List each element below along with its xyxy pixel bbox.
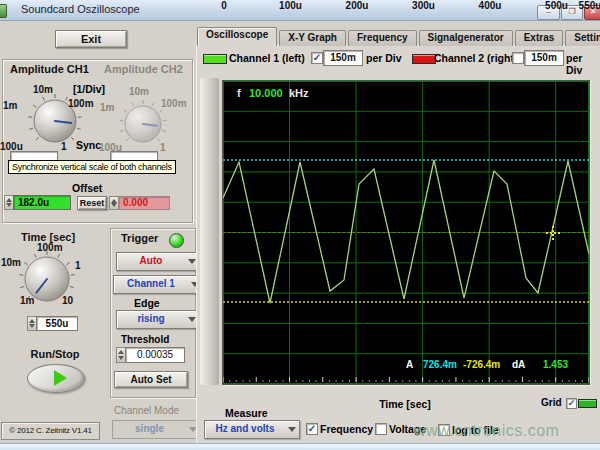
channel-mode-dropdown: single xyxy=(112,420,201,439)
knob-ch2-scale-label: 10m xyxy=(129,86,149,97)
measure-mode-dropdown[interactable]: Hz and volts xyxy=(204,420,300,439)
knob-ch2-scale-label: 1 xyxy=(160,142,166,153)
channel2-checkbox[interactable] xyxy=(512,52,524,64)
channel1-color-swatch xyxy=(203,54,227,64)
measure-label: Measure xyxy=(225,407,268,419)
scope-display[interactable]: f10.000kHzA726.4m-726.4mdA1.453 xyxy=(222,80,590,385)
channel2-per-div-label: per Div xyxy=(566,52,600,76)
knob-ch1-scale-label: 1 xyxy=(61,141,67,152)
knob-time-scale-label: 10 xyxy=(62,295,73,306)
amplitude-ch2-title: Amplitude CH2 xyxy=(104,63,183,75)
x-tick-label: 0 xyxy=(221,0,227,11)
chevron-down-icon xyxy=(288,427,296,436)
trigger-edge-dropdown[interactable]: rising xyxy=(116,310,200,329)
channel2-label: Channel 2 (right) xyxy=(434,52,517,64)
grid-color-swatch xyxy=(578,399,597,408)
threshold-value[interactable]: 0.00035 xyxy=(125,347,185,363)
chevron-down-icon xyxy=(188,259,196,268)
waveform-trace xyxy=(223,160,589,303)
channel1-scale-input[interactable]: 150m xyxy=(323,50,363,66)
trigger-source-value: Channel 1 xyxy=(127,278,175,289)
tab-extras[interactable]: Extras xyxy=(515,30,564,46)
x-tick-label: 200u xyxy=(346,0,369,11)
offset-label: Offset xyxy=(72,182,102,194)
sync-label: Sync xyxy=(76,139,101,151)
tab-settings[interactable]: Settings xyxy=(565,30,600,46)
x-tick-label: 100u xyxy=(279,0,302,11)
trigger-title: Trigger xyxy=(121,232,158,244)
amplitude-readout: A726.4m-726.4mdA1.453 xyxy=(406,359,568,370)
offset-ch1-value[interactable]: 182.0u xyxy=(13,195,71,210)
tab-oscilloscope[interactable]: Oscilloscope xyxy=(197,27,277,46)
channel1-label: Channel 1 (left) xyxy=(229,52,305,64)
knob-ch1-scale-label: 10m xyxy=(33,84,53,95)
time-value[interactable]: 550u xyxy=(36,316,78,331)
channel2-color-swatch xyxy=(412,54,436,64)
window-title: Soundcard Oszilloscope xyxy=(21,3,140,15)
app-window: { "window": { "title": "Soundcard Oszill… xyxy=(0,0,600,450)
channel-mode-value: single xyxy=(135,423,164,434)
tab-signalgenerator[interactable]: Signalgenerator xyxy=(419,30,513,46)
tab-x-y-graph[interactable]: X-Y Graph xyxy=(279,30,346,46)
auto-set-button[interactable]: Auto Set xyxy=(114,371,188,388)
knob-ch2-scale-label: 100m xyxy=(161,98,187,109)
channel1-per-div-label: per Div xyxy=(366,52,402,64)
knob-ch2-scale-label: 100u xyxy=(99,142,122,153)
offset-reset-button[interactable]: Reset xyxy=(77,196,107,210)
grid-checkbox[interactable]: ✓ xyxy=(566,398,577,409)
run-stop-button[interactable] xyxy=(27,364,85,393)
frequency-checkbox[interactable]: ✓ xyxy=(306,423,318,435)
threshold-label: Threshold xyxy=(121,334,169,345)
x-axis-label: Time [sec] xyxy=(355,398,455,410)
offset-ch2-value: 0.000 xyxy=(118,196,170,210)
taskbar-edge xyxy=(0,443,600,450)
knob-time-scale-label: 100m xyxy=(37,242,63,253)
trigger-edge-value: rising xyxy=(137,313,164,324)
tab-strip: OscilloscopeX-Y GraphFrequencySignalgene… xyxy=(197,28,599,46)
channel-mode-label: Channel Mode xyxy=(114,405,179,416)
status-bar: © 2012 C. Zeitnitz V1.41 xyxy=(1,422,100,440)
scope-canvas: f10.000kHzA726.4m-726.4mdA1.453 xyxy=(223,81,589,384)
chevron-down-icon xyxy=(188,317,196,326)
knob-ch1-scale-label: 1m xyxy=(3,100,17,111)
knob-ch1-scale-label: 100m xyxy=(68,98,94,109)
play-icon xyxy=(54,370,67,386)
exit-button[interactable]: Exit xyxy=(55,30,127,48)
frequency-readout: f10.000kHz xyxy=(237,87,309,99)
run-stop-label: Run/Stop xyxy=(23,348,87,360)
knob-time-scale-label: 1m xyxy=(20,295,34,306)
watermark: www.cntronics.com xyxy=(414,422,559,440)
x-tick-label: 300u xyxy=(412,0,435,11)
scope-left-margin xyxy=(200,78,219,385)
channel1-checkbox[interactable]: ✓ xyxy=(311,52,323,64)
trigger-mode-dropdown[interactable]: Auto xyxy=(116,252,200,271)
knob-ch1-scale-label: 100u xyxy=(0,141,23,152)
frequency-label: Frequency xyxy=(320,423,373,435)
trigger-source-dropdown[interactable]: Channel 1 xyxy=(113,275,203,294)
knob-time-scale-label: 10m xyxy=(1,257,21,268)
measure-mode-value: Hz and volts xyxy=(216,423,275,434)
sync-tooltip: Synchronize vertical scale of both chann… xyxy=(8,160,176,174)
tab-frequency[interactable]: Frequency xyxy=(348,30,417,46)
grid-label: Grid xyxy=(541,397,562,408)
x-tick-label: 500u xyxy=(545,0,568,11)
voltage-checkbox[interactable] xyxy=(375,423,387,435)
trigger-led xyxy=(169,233,184,248)
app-icon xyxy=(0,4,7,18)
amplitude-ch1-title: Amplitude CH1 xyxy=(10,63,89,75)
x-tick-label: 400u xyxy=(479,0,502,11)
x-tick-label: 550u xyxy=(579,0,600,11)
knob-time-scale-label: 1 xyxy=(75,260,81,271)
edge-label: Edge xyxy=(134,297,160,309)
trigger-mode-value: Auto xyxy=(140,255,163,266)
channel2-scale-input[interactable]: 150m xyxy=(524,50,564,66)
knob-ch2-scale-label: 1m xyxy=(100,102,114,113)
